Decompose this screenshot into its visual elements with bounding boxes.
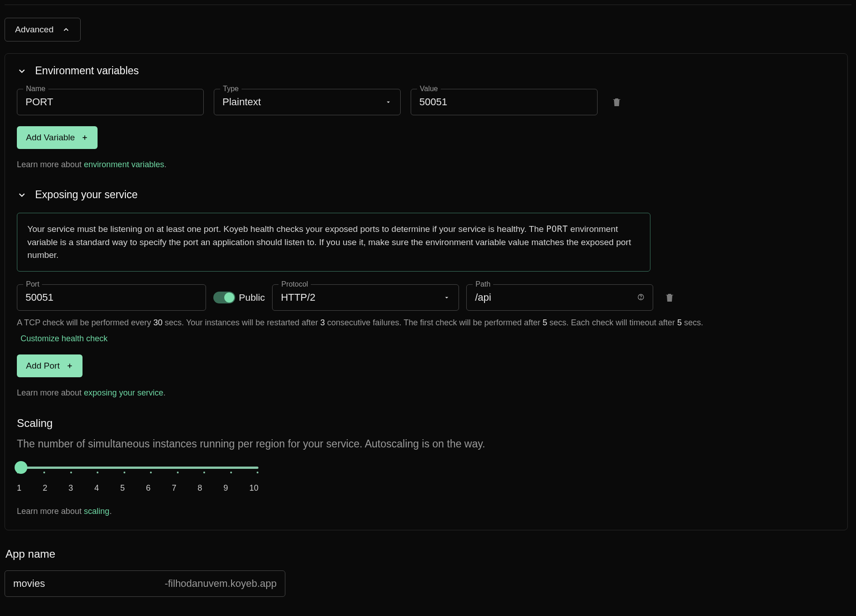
port-code: PORT xyxy=(546,224,568,234)
slider-ticks xyxy=(17,472,258,473)
advanced-panel: Environment variables Name Type Plaintex… xyxy=(5,53,848,530)
app-name-suffix: -filhodanuvem.koyeb.app xyxy=(165,578,277,590)
path-field: Path /api xyxy=(466,284,653,311)
port-delete-button[interactable] xyxy=(660,284,679,311)
protocol-field: Protocol HTTP/2 xyxy=(272,284,459,311)
path-value: /api xyxy=(475,292,491,303)
advanced-toggle-button[interactable]: Advanced xyxy=(5,18,81,41)
env-row: Name Type Plaintext Value xyxy=(17,89,835,115)
advanced-label: Advanced xyxy=(15,25,54,35)
caret-down-icon xyxy=(443,294,450,301)
protocol-label: Protocol xyxy=(278,280,311,288)
trash-icon xyxy=(664,292,675,303)
port-field: Port xyxy=(17,284,206,311)
env-name-label: Name xyxy=(23,85,48,93)
scaling-learn-more: Learn more about scaling. xyxy=(17,507,835,516)
env-value-field: Value xyxy=(411,89,598,115)
public-label: Public xyxy=(239,292,265,303)
chevron-down-icon xyxy=(17,66,27,76)
port-label: Port xyxy=(23,280,42,288)
add-port-label: Add Port xyxy=(26,361,60,371)
expose-learn-more: Learn more about exposing your service. xyxy=(17,388,835,398)
plus-icon xyxy=(66,362,73,370)
expose-section-header[interactable]: Exposing your service xyxy=(17,189,835,201)
chevron-up-icon xyxy=(62,26,70,34)
chevron-down-icon xyxy=(17,190,27,200)
path-label: Path xyxy=(473,280,493,288)
app-name-field: -filhodanuvem.koyeb.app xyxy=(5,570,285,597)
customize-health-check-link[interactable]: Customize health check xyxy=(21,334,108,344)
add-variable-label: Add Variable xyxy=(26,133,75,143)
help-icon[interactable] xyxy=(637,292,645,303)
env-value-label: Value xyxy=(417,85,441,93)
env-name-field: Name xyxy=(17,89,204,115)
path-input-wrap[interactable]: /api xyxy=(466,284,653,311)
port-row: Port Public Protocol HTTP/2 Path /api xyxy=(17,284,835,311)
env-type-value: Plaintext xyxy=(222,96,261,108)
health-check-text: A TCP check will be performed every 30 s… xyxy=(17,318,835,328)
scaling-title: Scaling xyxy=(17,417,835,430)
add-port-button[interactable]: Add Port xyxy=(17,354,83,377)
public-toggle-wrap: Public xyxy=(213,284,265,311)
env-type-field: Type Plaintext xyxy=(214,89,401,115)
public-toggle[interactable] xyxy=(213,292,235,303)
svg-point-3 xyxy=(641,298,641,298)
slider-track xyxy=(17,467,258,469)
app-name-title: App name xyxy=(5,548,851,560)
env-type-label: Type xyxy=(220,85,242,93)
expose-learn-link[interactable]: exposing your service xyxy=(84,388,163,397)
caret-down-icon xyxy=(385,98,392,106)
app-name-input[interactable] xyxy=(13,578,165,590)
slider-thumb[interactable] xyxy=(15,461,27,474)
scaling-slider[interactable]: 1 2 3 4 5 6 7 8 9 10 xyxy=(17,467,258,493)
expose-title: Exposing your service xyxy=(35,189,138,201)
env-learn-more: Learn more about environment variables. xyxy=(17,160,835,169)
scaling-subtitle: The number of simultaneous instances run… xyxy=(17,438,835,450)
env-section-header[interactable]: Environment variables xyxy=(17,65,835,77)
slider-labels: 1 2 3 4 5 6 7 8 9 10 xyxy=(17,483,258,493)
env-delete-button[interactable] xyxy=(608,89,626,115)
env-title: Environment variables xyxy=(35,65,139,77)
plus-icon xyxy=(81,134,88,141)
add-variable-button[interactable]: Add Variable xyxy=(17,126,98,149)
port-input[interactable] xyxy=(17,284,206,311)
env-learn-link[interactable]: environment variables xyxy=(84,160,164,169)
trash-icon xyxy=(611,96,622,108)
scaling-learn-link[interactable]: scaling xyxy=(84,507,109,516)
env-type-select[interactable]: Plaintext xyxy=(214,89,401,115)
expose-info-box: Your service must be listening on at lea… xyxy=(17,213,650,272)
protocol-value: HTTP/2 xyxy=(281,292,315,303)
